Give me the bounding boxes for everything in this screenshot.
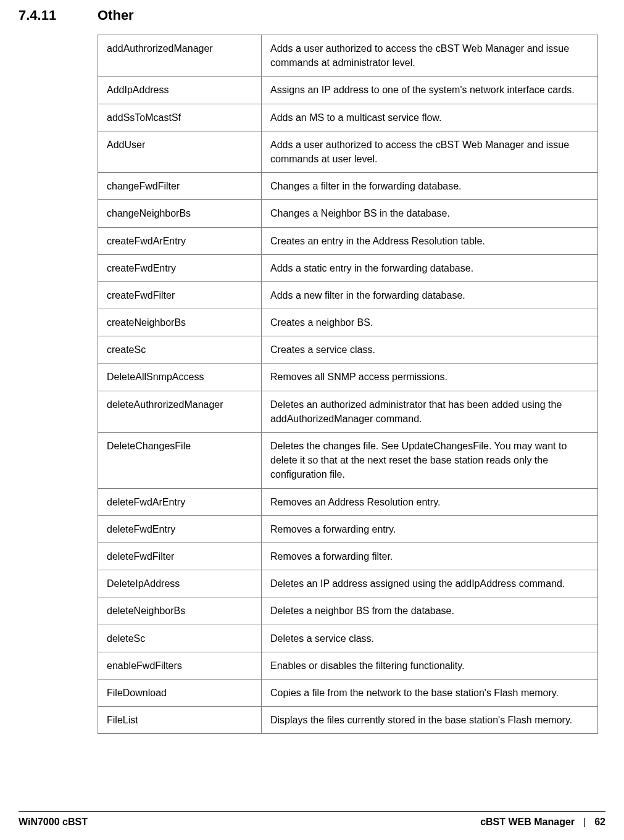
command-name: deleteFwdFilter: [98, 543, 262, 570]
command-name: DeleteChangesFile: [98, 433, 262, 489]
commands-table-wrap: addAuthrorizedManagerAdds a user authori…: [98, 35, 597, 734]
command-name: DeleteIpAddress: [98, 570, 262, 597]
command-description: Deletes an IP address assigned using the…: [262, 570, 598, 597]
command-name: createFwdEntry: [98, 254, 262, 281]
table-row: createFwdEntryAdds a static entry in the…: [98, 254, 598, 281]
command-name: createFwdArEntry: [98, 227, 262, 254]
command-description: Creates a service class.: [262, 336, 598, 364]
command-name: createNeighborBs: [98, 309, 262, 336]
commands-table: addAuthrorizedManagerAdds a user authori…: [98, 35, 598, 734]
table-row: addAuthrorizedManagerAdds a user authori…: [98, 35, 598, 77]
table-row: createScCreates a service class.: [98, 336, 598, 364]
command-description: Deletes an authorized administrator that…: [262, 391, 598, 432]
footer-product: WiN7000 cBST: [19, 817, 88, 828]
command-name: deleteAuthrorizedManager: [98, 391, 262, 432]
command-description: Adds a static entry in the forwarding da…: [262, 254, 598, 281]
table-row: createFwdArEntryCreates an entry in the …: [98, 227, 598, 254]
command-description: Deletes the changes file. See UpdateChan…: [262, 433, 598, 489]
command-description: Removes an Address Resolution entry.: [262, 488, 598, 515]
command-name: AddIpAddress: [98, 77, 262, 104]
command-name: FileDownload: [98, 679, 262, 706]
command-description: Adds a user authorized to access the cBS…: [262, 131, 598, 172]
command-name: createSc: [98, 336, 262, 364]
table-row: changeFwdFilterChanges a filter in the f…: [98, 173, 598, 200]
command-description: Enables or disables the filtering functi…: [262, 652, 598, 679]
footer-right: cBST WEB Manager | 62: [480, 817, 605, 828]
table-row: AddUserAdds a user authorized to access …: [98, 131, 598, 172]
table-row: deleteNeighborBsDeletes a neighbor BS fr…: [98, 597, 598, 625]
command-description: Removes a forwarding filter.: [262, 543, 598, 570]
table-row: createFwdFilterAdds a new filter in the …: [98, 281, 598, 309]
command-description: Adds a new filter in the forwarding data…: [262, 281, 598, 309]
command-name: AddUser: [98, 131, 262, 172]
command-name: changeNeighborBs: [98, 200, 262, 227]
command-name: FileList: [98, 707, 262, 734]
table-row: DeleteAllSnmpAccessRemoves all SNMP acce…: [98, 364, 598, 391]
command-description: Changes a filter in the forwarding datab…: [262, 173, 598, 200]
command-name: createFwdFilter: [98, 281, 262, 309]
command-description: Changes a Neighbor BS in the database.: [262, 200, 598, 227]
command-description: Removes a forwarding entry.: [262, 515, 598, 543]
table-row: FileDownloadCopies a file from the netwo…: [98, 679, 598, 706]
command-name: DeleteAllSnmpAccess: [98, 364, 262, 391]
command-description: Deletes a neighbor BS from the database.: [262, 597, 598, 625]
footer-manager: cBST WEB Manager: [480, 817, 575, 828]
command-description: Deletes a service class.: [262, 625, 598, 652]
footer-separator: |: [583, 817, 586, 828]
command-name: addAuthrorizedManager: [98, 35, 262, 77]
command-description: Removes all SNMP access permissions.: [262, 364, 598, 391]
table-row: createNeighborBsCreates a neighbor BS.: [98, 309, 598, 336]
command-name: deleteFwdArEntry: [98, 488, 262, 515]
command-description: Copies a file from the network to the ba…: [262, 679, 598, 706]
section-title: Other: [98, 7, 134, 23]
table-row: deleteFwdArEntryRemoves an Address Resol…: [98, 488, 598, 515]
command-name: changeFwdFilter: [98, 173, 262, 200]
section-number: 7.4.11: [19, 7, 98, 23]
command-name: deleteFwdEntry: [98, 515, 262, 543]
table-row: changeNeighborBsChanges a Neighbor BS in…: [98, 200, 598, 227]
table-row: AddIpAddressAssigns an IP address to one…: [98, 77, 598, 104]
table-row: deleteFwdFilterRemoves a forwarding filt…: [98, 543, 598, 570]
command-name: enableFwdFilters: [98, 652, 262, 679]
table-row: deleteScDeletes a service class.: [98, 625, 598, 652]
footer-page-number: 62: [594, 817, 605, 828]
table-row: FileListDisplays the files currently sto…: [98, 707, 598, 734]
table-row: deleteAuthrorizedManagerDeletes an autho…: [98, 391, 598, 432]
table-row: enableFwdFiltersEnables or disables the …: [98, 652, 598, 679]
command-name: deleteNeighborBs: [98, 597, 262, 625]
page-footer: WiN7000 cBST cBST WEB Manager | 62: [19, 811, 605, 828]
section-heading: 7.4.11 Other: [19, 7, 605, 23]
command-description: Creates a neighbor BS.: [262, 309, 598, 336]
command-description: Displays the files currently stored in t…: [262, 707, 598, 734]
table-row: DeleteChangesFileDeletes the changes fil…: [98, 433, 598, 489]
command-description: Creates an entry in the Address Resoluti…: [262, 227, 598, 254]
command-name: addSsToMcastSf: [98, 104, 262, 131]
command-description: Assigns an IP address to one of the syst…: [262, 77, 598, 104]
command-description: Adds an MS to a multicast service flow.: [262, 104, 598, 131]
command-description: Adds a user authorized to access the cBS…: [262, 35, 598, 77]
table-row: DeleteIpAddressDeletes an IP address ass…: [98, 570, 598, 597]
table-row: addSsToMcastSfAdds an MS to a multicast …: [98, 104, 598, 131]
table-row: deleteFwdEntryRemoves a forwarding entry…: [98, 515, 598, 543]
command-name: deleteSc: [98, 625, 262, 652]
